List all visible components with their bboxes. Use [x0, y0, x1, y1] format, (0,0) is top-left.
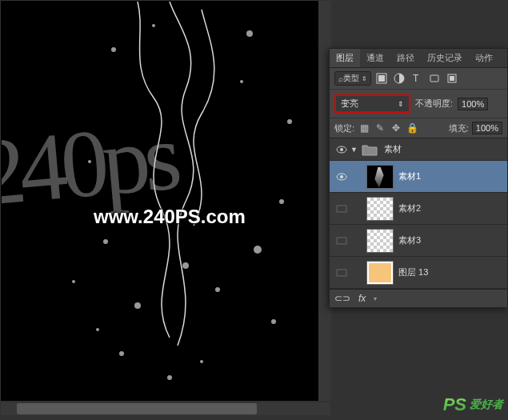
tab-layers[interactable]: 图层	[330, 49, 360, 67]
folder-icon	[360, 138, 379, 162]
lock-brush-icon[interactable]: ✎	[374, 122, 386, 134]
opacity-value[interactable]: 100%	[458, 98, 488, 110]
svg-rect-31	[337, 270, 346, 276]
svg-point-1	[246, 30, 253, 37]
layer-thumbnail[interactable]	[366, 261, 394, 285]
panel-footer: ⊂⊃ fx ▾	[330, 289, 507, 307]
tab-channels[interactable]: 通道	[360, 49, 390, 67]
svg-rect-19	[378, 75, 385, 82]
layer-thumbnail[interactable]	[366, 229, 394, 253]
layer-item[interactable]: 素材1	[330, 161, 507, 193]
kind-label: 类型	[343, 73, 359, 84]
chevron-updown-icon: ⇕	[398, 100, 404, 108]
fill-label: 填充:	[449, 122, 469, 134]
svg-rect-29	[337, 206, 346, 212]
blend-mode-value: 变亮	[341, 98, 358, 110]
lock-all-icon[interactable]: 🔒	[406, 122, 418, 134]
svg-point-15	[152, 24, 155, 27]
canvas-scrollbar-horizontal[interactable]	[1, 402, 330, 415]
svg-point-17	[96, 328, 99, 331]
layer-name: 素材1	[398, 170, 421, 182]
lock-move-icon[interactable]: ✥	[390, 122, 402, 134]
svg-point-9	[200, 360, 203, 363]
svg-point-2	[240, 80, 243, 83]
svg-point-0	[111, 47, 116, 52]
svg-rect-30	[337, 238, 346, 244]
filter-adjust-icon[interactable]	[392, 71, 406, 86]
panel-tabs: 图层 通道 路径 历史记录 动作	[330, 49, 507, 68]
svg-point-6	[134, 302, 141, 309]
tab-history[interactable]: 历史记录	[421, 49, 469, 67]
layers-panel: 图层 通道 路径 历史记录 动作 ⌕ 类型 ⇕ T 变亮 ⇕ 不透明度: 100…	[329, 48, 508, 308]
svg-point-12	[279, 199, 284, 204]
layer-list: ▼ 素材 素材1 素材2 素材3 图层 13	[330, 138, 507, 289]
collapse-icon[interactable]: ▼	[350, 146, 360, 154]
blend-row: 变亮 ⇕ 不透明度: 100%	[330, 90, 507, 118]
svg-point-5	[215, 287, 220, 292]
svg-point-16	[182, 262, 189, 269]
chevron-updown-icon: ⇕	[362, 75, 367, 82]
logo-cn: 爱好者	[470, 398, 503, 412]
svg-text:T: T	[413, 73, 419, 84]
tab-actions[interactable]: 动作	[469, 49, 499, 67]
fill-value[interactable]: 100%	[472, 122, 502, 134]
fx-icon[interactable]: fx	[358, 293, 366, 304]
layer-name: 素材3	[398, 234, 421, 246]
svg-point-13	[72, 280, 75, 283]
logo-ps: PS	[443, 394, 466, 415]
layer-name: 素材2	[398, 202, 421, 214]
svg-point-3	[103, 239, 108, 244]
tab-paths[interactable]: 路径	[390, 49, 421, 67]
svg-point-28	[340, 175, 343, 178]
layer-thumbnail[interactable]	[366, 165, 394, 189]
filter-pixel-icon[interactable]	[374, 71, 389, 86]
svg-point-8	[119, 351, 124, 356]
svg-rect-24	[450, 76, 454, 81]
lock-row: 锁定: ▦ ✎ ✥ 🔒 填充: 100%	[330, 118, 507, 138]
svg-rect-22	[430, 75, 438, 82]
svg-point-7	[271, 319, 276, 324]
lock-transparent-icon[interactable]: ▦	[358, 122, 370, 134]
svg-point-14	[287, 119, 292, 124]
canvas-area[interactable]: 240ps www.240PS.com	[1, 1, 330, 401]
url-watermark: www.240PS.com	[94, 206, 246, 228]
visibility-toggle[interactable]	[333, 170, 350, 184]
layer-item[interactable]: 素材3	[330, 225, 507, 257]
link-icon[interactable]: ⊂⊃	[334, 293, 350, 304]
lock-label: 锁定:	[334, 122, 354, 134]
visibility-toggle[interactable]	[333, 142, 350, 157]
filter-type-icon[interactable]: T	[410, 71, 424, 86]
svg-point-26	[340, 148, 343, 151]
blend-mode-select[interactable]: 变亮 ⇕	[334, 94, 410, 113]
visibility-toggle[interactable]	[333, 202, 350, 216]
svg-point-4	[254, 246, 262, 254]
layer-item[interactable]: 素材2	[330, 193, 507, 225]
layer-group-name: 素材	[384, 143, 402, 155]
layer-thumbnail[interactable]	[366, 197, 394, 221]
svg-point-10	[167, 375, 172, 380]
filter-shape-icon[interactable]	[427, 71, 442, 86]
visibility-toggle[interactable]	[333, 266, 350, 280]
layer-name: 图层 13	[398, 266, 428, 278]
filter-smart-icon[interactable]	[445, 71, 459, 86]
visibility-toggle[interactable]	[333, 234, 350, 248]
layer-item[interactable]: 图层 13	[330, 257, 507, 289]
layer-group[interactable]: ▼ 素材	[330, 138, 507, 161]
layer-filter-row: ⌕ 类型 ⇕ T	[330, 68, 507, 90]
kind-select[interactable]: ⌕ 类型 ⇕	[334, 71, 371, 86]
opacity-label: 不透明度:	[415, 98, 453, 110]
site-logo: PS 爱好者	[443, 394, 503, 415]
